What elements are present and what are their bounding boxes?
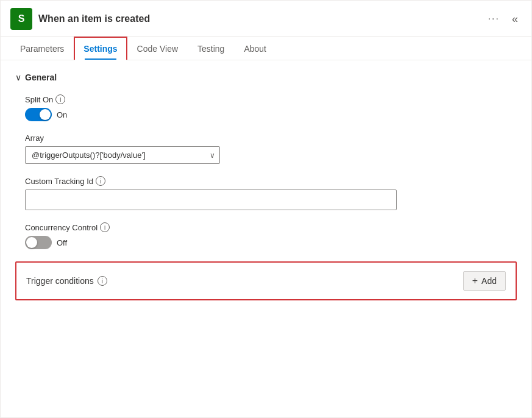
toggle-knob	[40, 109, 51, 120]
split-on-info-icon[interactable]: i	[55, 94, 65, 104]
custom-tracking-id-info-icon[interactable]: i	[96, 176, 105, 186]
custom-tracking-id-field: Custom Tracking Id i	[15, 176, 517, 210]
concurrency-control-field: Concurrency Control i Off	[15, 222, 517, 249]
split-on-toggle-label: On	[57, 110, 67, 119]
panel: S When an item is created ··· « Paramete…	[0, 0, 532, 418]
concurrency-control-toggle[interactable]	[25, 236, 52, 249]
app-icon: S	[10, 8, 32, 30]
section-title: General	[25, 73, 57, 82]
custom-tracking-id-input[interactable]	[25, 190, 397, 210]
concurrency-toggle-knob	[26, 237, 37, 248]
trigger-conditions-label: Trigger conditions i	[26, 276, 107, 286]
section-collapse-icon: ∨	[15, 73, 21, 82]
panel-header: S When an item is created ··· «	[1, 1, 531, 37]
add-plus-icon: +	[472, 275, 478, 286]
general-section-header[interactable]: ∨ General	[15, 73, 517, 82]
split-on-field: Split On i On	[15, 94, 517, 121]
trigger-conditions-add-button[interactable]: + Add	[463, 271, 506, 291]
concurrency-control-label: Concurrency Control i	[25, 222, 517, 232]
split-on-toggle[interactable]	[25, 108, 52, 121]
array-select[interactable]: @triggerOutputs()?['body/value']	[25, 146, 220, 164]
array-field: Array @triggerOutputs()?['body/value'] ∨	[15, 133, 517, 164]
collapse-button[interactable]: «	[508, 10, 522, 28]
tab-testing[interactable]: Testing	[188, 37, 234, 60]
chevron-left-double-icon: «	[512, 13, 518, 26]
trigger-conditions-box: Trigger conditions i + Add	[15, 261, 517, 300]
concurrency-control-toggle-row: Off	[25, 236, 517, 249]
tab-active-underline	[85, 58, 116, 60]
panel-content: ∨ General Split On i On Array	[1, 60, 531, 417]
concurrency-control-info-icon[interactable]: i	[100, 222, 110, 232]
array-select-wrapper: @triggerOutputs()?['body/value'] ∨	[25, 146, 220, 164]
split-on-toggle-row: On	[25, 108, 517, 121]
tab-code-view[interactable]: Code View	[127, 37, 188, 60]
custom-tracking-id-label: Custom Tracking Id i	[25, 176, 517, 186]
more-options-button[interactable]: ···	[484, 11, 503, 27]
header-actions: ··· «	[484, 10, 522, 28]
concurrency-control-toggle-label: Off	[57, 238, 67, 247]
tab-parameters[interactable]: Parameters	[10, 37, 74, 60]
split-on-label: Split On i	[25, 94, 517, 104]
tab-about[interactable]: About	[234, 37, 276, 60]
tabs-bar: Parameters Settings Code View Testing Ab…	[1, 37, 531, 60]
panel-title: When an item is created	[38, 13, 478, 24]
tab-settings[interactable]: Settings	[74, 37, 127, 60]
trigger-conditions-info-icon[interactable]: i	[98, 276, 107, 286]
array-label: Array	[25, 133, 517, 143]
dots-icon: ···	[488, 13, 500, 24]
